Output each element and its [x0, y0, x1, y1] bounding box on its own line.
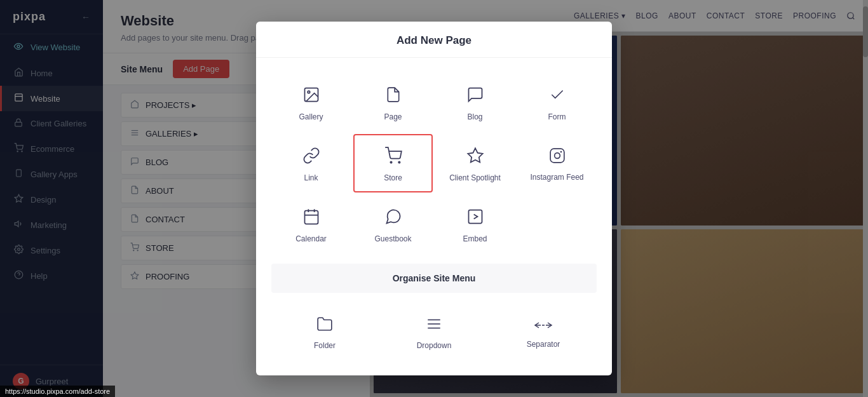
- separator-label: Separator: [527, 340, 560, 349]
- guestbook-icon: [384, 208, 402, 228]
- calendar-label: Calendar: [295, 234, 327, 243]
- separator-icon: [534, 317, 553, 333]
- spotlight-icon: [466, 147, 484, 167]
- add-instagram-item[interactable]: Instagram Feed: [517, 134, 597, 192]
- svg-rect-26: [550, 149, 564, 163]
- spotlight-label: Client Spotlight: [449, 173, 501, 182]
- status-bar: https://studio.pixpa.com/add-store: [0, 386, 115, 397]
- add-form-item[interactable]: Form: [517, 73, 597, 131]
- add-store-item[interactable]: Store: [353, 134, 433, 192]
- svg-point-22: [308, 91, 310, 93]
- add-page-item[interactable]: Page: [353, 73, 433, 131]
- icon-grid-row3: Calendar Guestbook Embed: [271, 195, 597, 253]
- modal-header: Add New Page: [256, 22, 612, 58]
- form-icon: [549, 86, 566, 106]
- dropdown-icon: [425, 316, 443, 335]
- add-link-item[interactable]: Link: [271, 134, 351, 192]
- embed-icon: [466, 208, 484, 228]
- modal-title: Add New Page: [397, 34, 471, 46]
- svg-point-28: [560, 152, 561, 152]
- icon-grid-row1: Gallery Page Blog: [271, 73, 597, 131]
- page-icon: [385, 86, 402, 106]
- add-gallery-item[interactable]: Gallery: [271, 73, 351, 131]
- instagram-icon: [549, 147, 566, 166]
- status-url: https://studio.pixpa.com/add-store: [5, 387, 110, 395]
- svg-marker-25: [468, 148, 482, 162]
- store-icon: [384, 147, 402, 167]
- blog-icon: [466, 86, 484, 106]
- add-new-page-modal: Add New Page Gallery Page: [256, 22, 612, 375]
- organise-section[interactable]: Organise Site Menu: [271, 264, 597, 293]
- svg-point-24: [398, 161, 400, 163]
- add-spotlight-item[interactable]: Client Spotlight: [435, 134, 515, 192]
- add-guestbook-item[interactable]: Guestbook: [353, 195, 433, 253]
- calendar-icon: [302, 208, 320, 228]
- folder-label: Folder: [314, 341, 336, 350]
- add-blog-item[interactable]: Blog: [435, 73, 515, 131]
- add-folder-item[interactable]: Folder: [271, 303, 378, 360]
- page-label: Page: [384, 112, 402, 121]
- add-separator-item[interactable]: Separator: [490, 303, 597, 360]
- form-label: Form: [548, 112, 566, 121]
- organise-label[interactable]: Organise Site Menu: [393, 273, 476, 283]
- svg-rect-34: [468, 210, 482, 224]
- modal-body: Gallery Page Blog: [256, 58, 612, 375]
- icon-grid-row4: Folder Dropdown Separator: [271, 303, 597, 360]
- guestbook-label: Guestbook: [374, 234, 411, 243]
- add-dropdown-item[interactable]: Dropdown: [381, 303, 487, 360]
- add-embed-item[interactable]: Embed: [435, 195, 515, 253]
- store-label: Store: [384, 173, 402, 182]
- svg-point-23: [390, 161, 391, 163]
- icon-grid-row2: Link Store Client Spotlight: [271, 134, 597, 192]
- instagram-label: Instagram Feed: [530, 173, 583, 182]
- gallery-icon: [302, 86, 320, 106]
- add-calendar-item[interactable]: Calendar: [271, 195, 351, 253]
- link-icon: [302, 147, 320, 167]
- embed-label: Embed: [463, 234, 487, 243]
- dropdown-label: Dropdown: [417, 341, 452, 350]
- blog-label: Blog: [467, 112, 482, 121]
- modal-backdrop: Add New Page Gallery Page: [0, 0, 868, 397]
- svg-point-27: [554, 153, 560, 159]
- link-label: Link: [304, 173, 318, 182]
- gallery-label: Gallery: [299, 112, 323, 121]
- folder-icon: [315, 316, 334, 335]
